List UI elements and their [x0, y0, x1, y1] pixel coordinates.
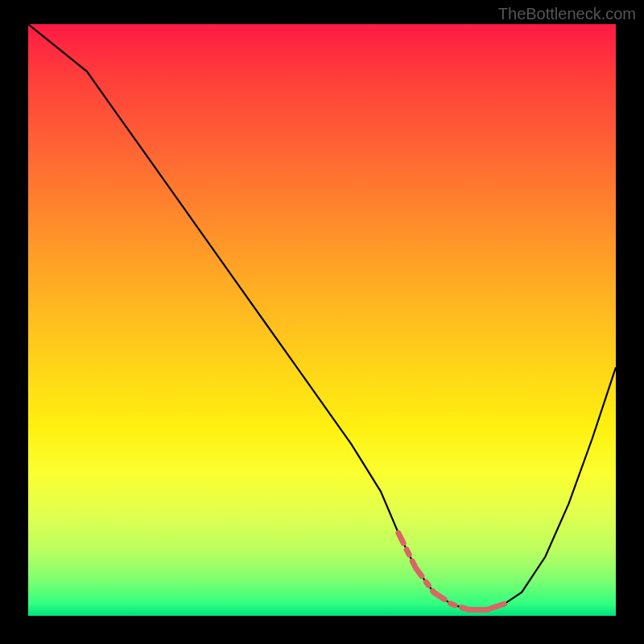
flat-region-marker [398, 533, 504, 610]
chart-svg [28, 24, 616, 616]
watermark-text: TheBottleneck.com [498, 5, 636, 23]
curve-path [28, 24, 616, 610]
chart-plot-area [28, 24, 616, 616]
